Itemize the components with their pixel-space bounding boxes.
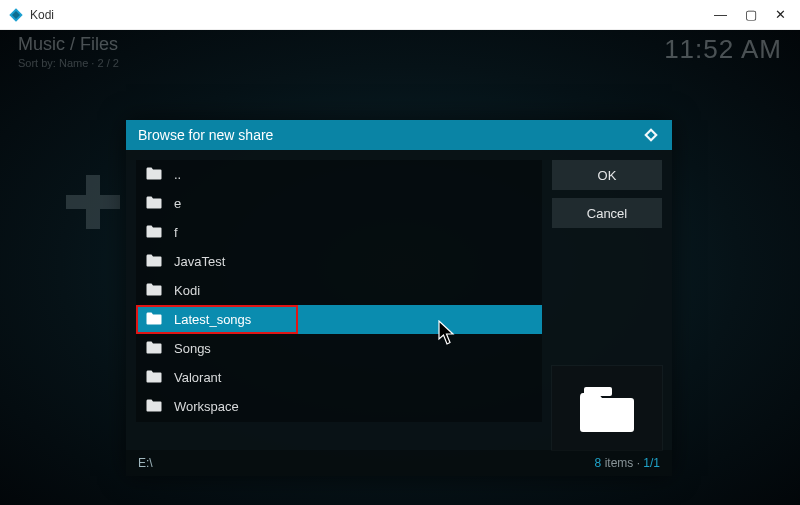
list-item[interactable]: Latest_songs xyxy=(136,305,542,334)
folder-icon xyxy=(146,166,162,183)
cancel-button[interactable]: Cancel xyxy=(552,198,662,228)
sort-line: Sort by: Name · 2 / 2 xyxy=(18,57,119,69)
folder-icon xyxy=(578,383,636,433)
breadcrumb: Music / Files xyxy=(18,34,119,55)
list-item-label: f xyxy=(174,225,178,240)
list-item[interactable]: Valorant xyxy=(136,363,542,392)
folder-icon xyxy=(146,195,162,212)
list-item-label: Valorant xyxy=(174,370,221,385)
dialog-footer: E:\ 8 items · 1/1 xyxy=(126,450,672,476)
list-item[interactable]: JavaTest xyxy=(136,247,542,276)
browse-dialog: Browse for new share ..efJavaTestKodiLat… xyxy=(126,120,672,476)
kodi-logo-icon xyxy=(642,126,660,144)
svg-rect-1 xyxy=(86,175,100,229)
list-item-label: Songs xyxy=(174,341,211,356)
list-item[interactable]: .. xyxy=(136,160,542,189)
item-count: 8 items · 1/1 xyxy=(595,456,660,470)
folder-icon xyxy=(146,398,162,415)
minimize-button[interactable]: — xyxy=(714,7,727,22)
list-item[interactable]: f xyxy=(136,218,542,247)
app-header: Music / Files Sort by: Name · 2 / 2 11:5… xyxy=(0,30,800,76)
folder-icon xyxy=(146,340,162,357)
dialog-titlebar: Browse for new share xyxy=(126,120,672,150)
list-item[interactable]: Songs xyxy=(136,334,542,363)
list-item[interactable]: Kodi xyxy=(136,276,542,305)
kodi-logo-icon xyxy=(8,7,24,23)
window-title: Kodi xyxy=(30,8,54,22)
list-item-label: e xyxy=(174,196,181,211)
folder-icon xyxy=(146,369,162,386)
list-item-label: Latest_songs xyxy=(174,312,251,327)
list-item-label: Kodi xyxy=(174,283,200,298)
current-path: E:\ xyxy=(138,456,153,470)
close-button[interactable]: ✕ xyxy=(775,7,786,22)
preview-tile xyxy=(552,366,662,450)
folder-icon xyxy=(146,282,162,299)
app-background: Music / Files Sort by: Name · 2 / 2 11:5… xyxy=(0,30,800,505)
list-item[interactable]: Workspace xyxy=(136,392,542,421)
list-item-label: Workspace xyxy=(174,399,239,414)
ok-button[interactable]: OK xyxy=(552,160,662,190)
window-controls: — ▢ ✕ xyxy=(714,7,792,22)
folder-icon xyxy=(146,224,162,241)
file-list[interactable]: ..efJavaTestKodiLatest_songsSongsValoran… xyxy=(136,160,542,422)
folder-icon xyxy=(146,253,162,270)
list-item[interactable]: e xyxy=(136,189,542,218)
window-titlebar: Kodi — ▢ ✕ xyxy=(0,0,800,30)
folder-icon xyxy=(146,311,162,328)
svg-rect-2 xyxy=(584,387,612,396)
list-item-label: JavaTest xyxy=(174,254,225,269)
clock: 11:52 AM xyxy=(664,34,782,65)
add-source-icon xyxy=(66,175,120,229)
maximize-button[interactable]: ▢ xyxy=(745,7,757,22)
list-item-label: .. xyxy=(174,167,181,182)
dialog-title: Browse for new share xyxy=(138,127,273,143)
